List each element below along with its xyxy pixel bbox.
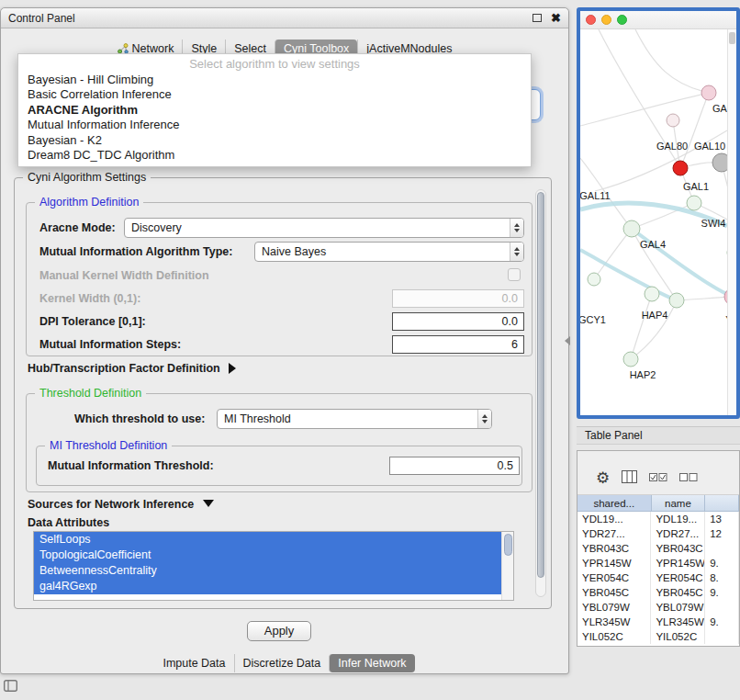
data-attributes-list[interactable]: SelfLoopsTopologicalCoefficientBetweenne… [33,531,514,601]
network-window-titlebar[interactable] [580,11,736,29]
network-node[interactable] [673,161,688,175]
network-node[interactable] [623,352,638,367]
table-cell: YBR045C [577,585,651,600]
network-edge[interactable] [677,297,730,300]
table-cell: YDR27... [651,526,705,541]
table-cell: YPR145W [577,556,651,570]
network-edge[interactable] [635,29,709,93]
network-edge[interactable] [594,229,632,279]
column-header-shared[interactable]: shared... [577,495,652,511]
list-scrollbar[interactable] [501,532,513,600]
popup-item-aracne-algorithm[interactable]: ARACNE Algorithm [18,103,531,119]
tab-infer-network[interactable]: Infer Network [329,654,414,672]
minimize-traffic-light-icon[interactable] [601,15,611,25]
zoom-traffic-light-icon[interactable] [617,15,627,25]
show-panel-icon[interactable] [4,680,17,694]
collapse-arrow-icon[interactable] [203,500,214,507]
dpi-tolerance-input[interactable]: 0.0 [392,312,524,331]
table-cell: YDR27... [577,526,651,541]
tab-discretize-data[interactable]: Discretize Data [234,654,330,672]
table-settings-gear-icon[interactable]: ⚙ [596,470,610,486]
kernel-width-label: Kernel Width (0,1): [39,292,140,305]
float-window-icon[interactable] [533,14,542,22]
kernel-width-input[interactable]: 0.0 [392,289,524,308]
select-all-rows-icon[interactable] [649,472,667,485]
network-edge[interactable] [631,294,652,359]
table-cell: YDL19... [577,512,651,526]
close-icon[interactable]: ✖ [551,12,561,24]
network-scrollbar-thumb[interactable] [729,32,735,44]
popup-item-basic-correlation-inference[interactable]: Basic Correlation Inference [18,87,531,103]
close-traffic-light-icon[interactable] [586,15,596,25]
settings-scrollbar[interactable] [535,189,546,597]
network-node[interactable] [623,220,640,237]
table-row[interactable]: YLR345WYLR345W9. [577,615,739,629]
network-node[interactable] [667,114,679,127]
node-label-gcy1: GCY1 [580,314,606,325]
table-toolbar: ⚙ [577,451,739,495]
network-edge[interactable] [680,93,709,168]
table-cell: 8. [705,570,739,585]
table-row[interactable]: YDR27...YDR27...12 [577,526,739,541]
mi-threshold-label: Mutual Information Threshold: [48,459,214,472]
attribute-item-selfloops[interactable]: SelfLoops [34,532,503,548]
apply-button[interactable]: Apply [247,621,311,641]
table-cell: 9. [705,615,739,629]
clear-selection-icon[interactable] [679,472,698,485]
manual-kernel-width-checkbox[interactable] [508,268,521,281]
table-panel-title: Table Panel [577,426,740,445]
table-row[interactable]: YIL052CYIL052C [577,629,739,644]
table-cell: 13 [705,512,739,526]
popup-item-mutual-information-inference[interactable]: Mutual Information Inference [18,118,531,133]
table-row[interactable]: YER054CYER054C8. [577,570,739,585]
node-label-gal10: GAL10 [694,141,725,152]
mi-algorithm-type-select[interactable]: Naive Bayes [254,242,524,262]
popup-item-dream8-dc-tdc-algorithm[interactable]: Dream8 DC_TDC Algorithm [18,148,531,164]
node-label-gal11: GAL11 [580,190,611,201]
column-header-2[interactable] [705,495,739,511]
sources-section[interactable]: Sources for Network Inference [28,498,214,511]
aracne-mode-select[interactable]: Discovery [124,218,524,238]
network-canvas[interactable]: GALGAL80GAL10GAL11GAL1SWI4GAL4GCY1HAP4HA… [580,29,730,415]
popup-item-bayesian-hill-climbing[interactable]: Bayesian - Hill Climbing [18,73,531,88]
threshold-definition-title: Threshold Definition [35,387,146,400]
mi-threshold-input[interactable]: 0.5 [389,457,520,475]
table-row[interactable]: YPR145WYPR145W9. [577,556,739,570]
tab-label: Infer Network [338,657,406,670]
tab-impute-data[interactable]: Impute Data [154,654,233,672]
attribute-item-gal4rgexp[interactable]: gal4RGexp [34,579,503,594]
table-row[interactable]: YDL19...YDL19...13 [577,512,739,526]
node-label-swi4: SWI4 [701,218,726,229]
network-node[interactable] [701,85,716,100]
network-node[interactable] [669,293,684,308]
algorithm-definition-title: Algorithm Definition [35,196,143,209]
table-panel-title-text: Table Panel [585,429,643,442]
column-header-name[interactable]: name [652,495,706,511]
control-panel-titlebar[interactable]: Control Panel ✖ [1,8,568,28]
expand-arrow-icon[interactable] [229,363,236,374]
table-cell: YBL079W [651,600,705,615]
attribute-item-topologicalcoefficient[interactable]: TopologicalCoefficient [34,548,503,563]
table-row[interactable]: YBR045CYBR045C9. [577,585,739,600]
hub-definition-section[interactable]: Hub/Transcription Factor Definition [28,362,236,375]
panel-collapse-arrow-icon[interactable] [565,336,570,345]
network-node[interactable] [645,287,659,301]
hub-definition-label: Hub/Transcription Factor Definition [28,362,220,375]
mi-steps-input[interactable]: 6 [392,335,524,354]
table-cell: 12 [705,526,739,541]
table-cell: YER054C [651,570,705,585]
network-node[interactable] [588,273,600,286]
column-visibility-icon[interactable] [622,470,637,486]
which-threshold-select[interactable]: MI Threshold [217,409,492,429]
network-node[interactable] [687,196,701,210]
popup-item-bayesian-k2[interactable]: Bayesian - K2 [18,133,531,149]
network-scrollbar[interactable] [727,29,736,415]
table-row[interactable]: YBL079WYBL079W [577,600,739,615]
table-row[interactable]: YBR043CYBR043C [577,541,739,556]
settings-scrollbar-thumb[interactable] [537,192,544,578]
list-scrollbar-thumb[interactable] [504,534,512,556]
aracne-mode-value: Discovery [131,221,182,234]
mi-threshold-group-title: MI Threshold Definition [45,439,172,452]
attribute-item-betweennesscentrality[interactable]: BetweennessCentrality [34,563,503,579]
network-edge[interactable] [580,93,709,126]
